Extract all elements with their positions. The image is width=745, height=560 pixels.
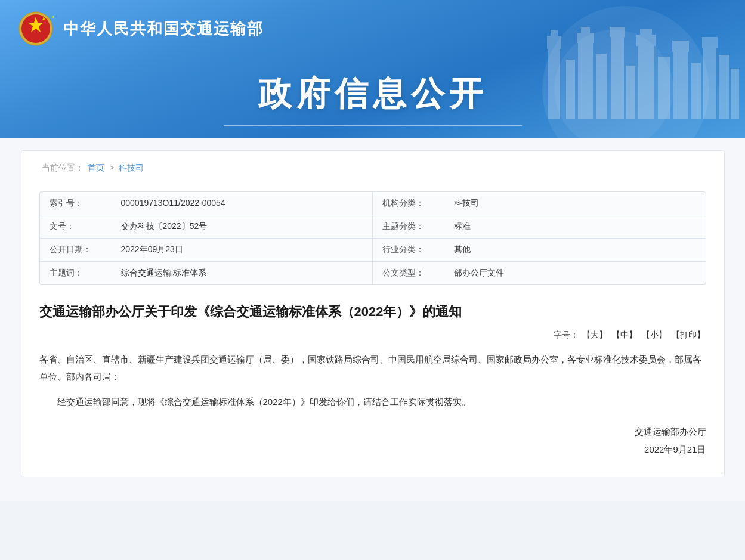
label-industry-class: 行业分类：: [373, 239, 444, 261]
breadcrumb: 当前位置： 首页 > 科技司: [39, 163, 706, 180]
value-doc-number: 交办科技〔2022〕52号: [112, 215, 373, 238]
info-row-1: 索引号： 000019713O11/2022-00054 机构分类： 科技司: [40, 192, 706, 215]
label-doc-type: 公文类型：: [373, 262, 444, 284]
banner-title: 政府信息公开: [0, 72, 745, 117]
value-pub-date: 2022年09月23日: [112, 239, 373, 261]
value-topic-class: 标准: [444, 215, 706, 238]
info-table: 索引号： 000019713O11/2022-00054 机构分类： 科技司 文…: [39, 191, 706, 285]
footer-date: 2022年9月21日: [39, 441, 706, 459]
info-row-2: 文号： 交办科技〔2022〕52号 主题分类： 标准: [40, 215, 706, 239]
label-topic-class: 主题分类：: [373, 215, 444, 238]
print-button[interactable]: 【打印】: [672, 330, 705, 339]
article-body-text: 经交通运输部同意，现将《综合交通运输标准体系（2022年）》印发给你们，请结合工…: [39, 394, 706, 411]
label-org-class: 机构分类：: [373, 192, 444, 215]
label-index: 索引号：: [40, 192, 112, 215]
font-small-button[interactable]: 【小】: [642, 330, 667, 339]
value-index: 000019713O11/2022-00054: [112, 192, 373, 215]
national-emblem-icon: [18, 11, 54, 47]
font-medium-button[interactable]: 【中】: [612, 330, 637, 339]
header-banner: 中华人民共和国交通运输部 政府信息公开: [0, 0, 745, 138]
info-row-3: 公开日期： 2022年09月23日 行业分类： 其他: [40, 239, 706, 262]
article-recipients: 各省、自治区、直辖市、新疆生产建设兵团交通运输厅（局、委），国家铁路局综合司、中…: [39, 351, 706, 385]
value-keywords: 综合交通运输;标准体系: [112, 262, 373, 284]
article-body: 各省、自治区、直辖市、新疆生产建设兵团交通运输厅（局、委），国家铁路局综合司、中…: [39, 351, 706, 411]
breadcrumb-current[interactable]: 科技司: [119, 163, 144, 172]
article-footer: 交通运输部办公厅 2022年9月21日: [39, 423, 706, 459]
content-card: 当前位置： 首页 > 科技司 索引号： 000019713O11/2022-00…: [21, 150, 725, 477]
content-area: 当前位置： 首页 > 科技司 索引号： 000019713O11/2022-00…: [0, 138, 745, 501]
breadcrumb-separator: >: [109, 163, 114, 172]
label-keywords: 主题词：: [40, 262, 112, 284]
org-name: 中华人民共和国交通运输部: [63, 18, 264, 39]
font-controls: 字号： 【大】 【中】 【小】 【打印】: [39, 330, 706, 341]
value-org-class: 科技司: [444, 192, 706, 215]
label-pub-date: 公开日期：: [40, 239, 112, 261]
breadcrumb-home[interactable]: 首页: [88, 163, 104, 172]
footer-org: 交通运输部办公厅: [39, 423, 706, 441]
breadcrumb-prefix: 当前位置：: [42, 163, 84, 172]
banner-main: 政府信息公开: [0, 54, 745, 138]
font-large-button[interactable]: 【大】: [582, 330, 607, 339]
label-doc-number: 文号：: [40, 215, 112, 238]
info-row-4: 主题词： 综合交通运输;标准体系 公文类型： 部办公厅文件: [40, 262, 706, 284]
value-doc-type: 部办公厅文件: [444, 262, 706, 284]
header-top: 中华人民共和国交通运输部: [0, 0, 745, 54]
font-label: 字号：: [554, 330, 579, 339]
svg-marker-26: [52, 15, 54, 20]
banner-divider: [224, 125, 522, 126]
article-title: 交通运输部办公厅关于印发《综合交通运输标准体系（2022年）》的通知: [39, 302, 706, 321]
value-industry-class: 其他: [444, 239, 706, 261]
